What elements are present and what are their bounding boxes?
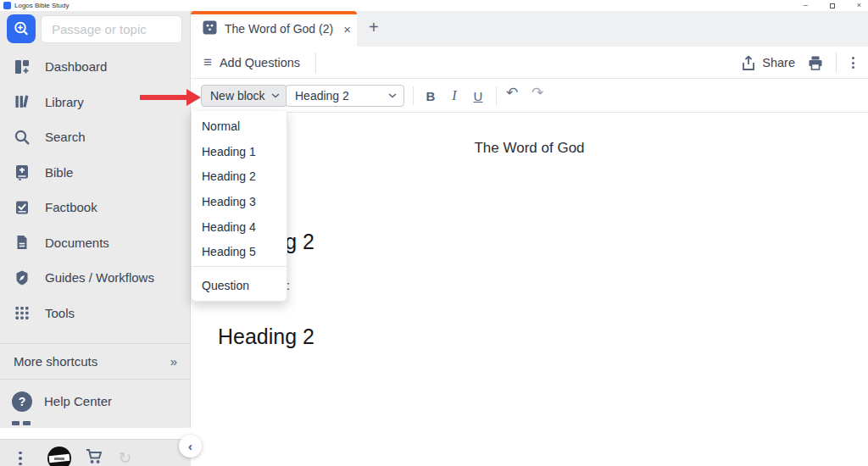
- search-icon: [13, 128, 31, 147]
- undo-button[interactable]: ↶: [506, 84, 518, 102]
- menu-item-normal[interactable]: Normal: [192, 114, 287, 139]
- divider: [315, 53, 316, 73]
- sidebar-item-guides-workflows[interactable]: Guides / Workflows: [0, 260, 191, 296]
- minimize-button[interactable]: –: [804, 0, 808, 11]
- divider: [413, 86, 414, 105]
- menu-item-heading-4[interactable]: Heading 4: [192, 214, 287, 240]
- guides-icon: [13, 269, 31, 287]
- print-button[interactable]: [807, 55, 824, 71]
- tab-title: The Word of God (2): [225, 22, 333, 36]
- italic-button[interactable]: I: [443, 85, 465, 107]
- window-title: Logos Bible Study: [14, 2, 70, 9]
- new-tab-button[interactable]: +: [369, 18, 379, 37]
- double-chevron-right-icon: »: [170, 354, 175, 369]
- overflow-menu-icon[interactable]: [19, 452, 22, 466]
- cart-icon[interactable]: [85, 447, 105, 466]
- main-panel: The Word of God (2) × + ≡ Add Questions …: [191, 11, 868, 466]
- sidebar-item-label: Tools: [45, 306, 75, 320]
- chevron-left-icon: ‹: [188, 439, 192, 453]
- document-toolbar: ≡ Add Questions Share: [191, 47, 868, 79]
- menu-item-heading-3[interactable]: Heading 3: [192, 189, 287, 214]
- sidebar-item-label: Guides / Workflows: [45, 270, 154, 285]
- sidebar-bottom-bar: ↻: [0, 439, 191, 466]
- sidebar-item-dashboard[interactable]: Dashboard: [0, 49, 191, 85]
- document-heading: Heading 2: [218, 325, 314, 349]
- new-block-menu: Normal Heading 1 Heading 2 Heading 3 Hea…: [191, 111, 287, 302]
- redo-button[interactable]: ↷: [531, 84, 543, 102]
- sidebar-item-label: Factbook: [45, 200, 97, 214]
- chevron-down-icon: [388, 93, 397, 98]
- search-input[interactable]: [41, 15, 182, 43]
- menu-item-question[interactable]: Question: [192, 270, 287, 301]
- clipped-sidebar-icon: [12, 421, 31, 425]
- new-block-label: New block: [210, 89, 265, 103]
- menu-item-heading-2[interactable]: Heading 2: [192, 164, 287, 189]
- account-logo[interactable]: [47, 447, 71, 466]
- chevron-down-icon: [271, 93, 280, 98]
- tools-icon: [13, 303, 31, 322]
- app-window: Logos Bible Study – × Dashboa: [0, 0, 868, 466]
- sidebar-nav: Dashboard Library Search Bible: [0, 49, 191, 330]
- question-mark-icon: ?: [12, 391, 32, 412]
- magnifier-cross-icon: [12, 19, 31, 38]
- menu-item-heading-5[interactable]: Heading 5: [192, 239, 287, 264]
- collapse-sidebar-button[interactable]: ‹: [179, 435, 202, 458]
- share-label: Share: [762, 56, 795, 69]
- tab-close-icon[interactable]: ×: [343, 22, 351, 36]
- documents-icon: [13, 233, 31, 252]
- share-button[interactable]: Share: [741, 55, 795, 71]
- more-shortcuts-button[interactable]: More shortcuts »: [0, 344, 191, 379]
- add-questions-button[interactable]: ≡ Add Questions: [203, 47, 300, 79]
- sidebar-item-label: Dashboard: [45, 59, 107, 74]
- sidebar-item-label: Documents: [45, 236, 109, 250]
- divider: [496, 86, 497, 105]
- paragraph-style-select[interactable]: Heading 2: [286, 85, 404, 107]
- bold-button[interactable]: B: [420, 85, 442, 107]
- sidebar-item-label: Search: [45, 130, 86, 144]
- panel-menu-icon[interactable]: [849, 57, 858, 69]
- sidebar-item-bible[interactable]: Bible: [0, 155, 191, 191]
- sidebar-item-label: Bible: [45, 165, 73, 180]
- help-center-button[interactable]: ? Help Center: [0, 384, 191, 419]
- maximize-button[interactable]: [830, 3, 835, 8]
- more-shortcuts-label: More shortcuts: [14, 354, 97, 369]
- new-block-button[interactable]: New block: [201, 85, 287, 107]
- sidebar-item-documents[interactable]: Documents: [0, 225, 191, 261]
- printer-icon: [807, 55, 824, 71]
- tab-bar: The Word of God (2) × +: [191, 11, 868, 47]
- factbook-icon: [13, 198, 31, 217]
- dashboard-icon: [13, 58, 31, 76]
- format-bar: New block Heading 2 B I U ↶ ↷: [191, 79, 868, 113]
- bible-icon: [13, 163, 31, 181]
- menu-separator: [192, 266, 287, 267]
- add-questions-label: Add Questions: [220, 56, 300, 69]
- sidebar-item-tools[interactable]: Tools: [0, 296, 191, 331]
- document-canvas[interactable]: The Word of God Heading 2 : Heading 2: [191, 114, 868, 466]
- titlebar: Logos Bible Study – ×: [0, 0, 868, 11]
- close-button[interactable]: ×: [857, 0, 861, 11]
- document-title: The Word of God: [191, 140, 868, 157]
- app-logo-icon: [3, 2, 11, 9]
- logos-app-icon[interactable]: [7, 14, 36, 43]
- sidebar-item-library[interactable]: Library: [0, 85, 191, 120]
- hamburger-menu-icon: ≡: [203, 54, 212, 71]
- active-tab-accent: [191, 11, 357, 14]
- underline-button[interactable]: U: [467, 85, 489, 107]
- sync-icon[interactable]: ↻: [119, 450, 132, 466]
- style-select-value: Heading 2: [295, 89, 349, 103]
- sidebar: Dashboard Library Search Bible: [0, 11, 191, 428]
- sidebar-item-search[interactable]: Search: [0, 119, 191, 155]
- sidebar-item-factbook[interactable]: Factbook: [0, 190, 191, 225]
- help-center-label: Help Center: [44, 394, 112, 408]
- library-icon: [13, 92, 31, 111]
- share-icon: [741, 55, 756, 71]
- document-tab-icon: [203, 20, 217, 38]
- sidebar-item-label: Library: [45, 95, 84, 109]
- divider: [836, 53, 837, 73]
- tab-the-word-of-god[interactable]: The Word of God (2) ×: [191, 11, 357, 47]
- divider: [0, 379, 191, 380]
- menu-item-heading-1[interactable]: Heading 1: [192, 139, 287, 164]
